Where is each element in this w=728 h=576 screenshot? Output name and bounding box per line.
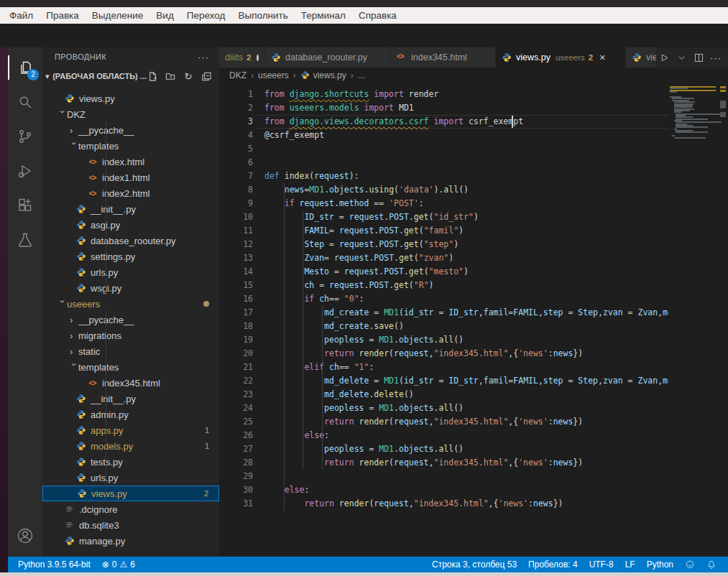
tree-folder--pycache-[interactable]: ›__pycache__ [42, 312, 219, 328]
code-line-17[interactable]: 17 md_create = MD1(id_str = ID_str,famil… [219, 306, 668, 320]
code-line-14[interactable]: 14 Mesto = request.POST.get("mesto") [219, 265, 668, 279]
split-editor-icon[interactable] [691, 50, 706, 65]
code-line-9[interactable]: 9 if request.method == 'POST': [219, 197, 668, 210]
code-line-4[interactable]: 4@csrf_exempt [219, 129, 668, 142]
code-line-25[interactable]: 25 return render(request,"index345.html"… [219, 415, 668, 429]
code-line-27[interactable]: 27 peopless = MD1.objects.all() [219, 442, 668, 456]
status-notifications[interactable] [701, 559, 722, 570]
run-icon[interactable] [657, 50, 671, 65]
code-line-19[interactable]: 19 peopless = MD1.objects.all() [219, 333, 668, 347]
code-line-20[interactable]: 20 return render(request,"index345.html"… [219, 347, 668, 361]
code-line-7[interactable]: 7def index(request): [219, 169, 668, 183]
menu-item-справка[interactable]: Справка [352, 10, 403, 21]
menu-item-выделение[interactable]: Выделение [86, 10, 150, 21]
tree-file--init-py[interactable]: __init__.py [42, 391, 219, 407]
code-line-13[interactable]: 13 Zvan= request.POST.get("zvan") [219, 251, 668, 265]
code-line-2[interactable]: 2from useeers.models import MD1 [219, 101, 668, 115]
tree-file-index2-html[interactable]: <>index2.html [42, 185, 219, 201]
tree-file-index-html[interactable]: <>index.html [42, 154, 219, 169]
tree-folder-templates[interactable]: ›templates [42, 138, 219, 154]
tree-file-tests-py[interactable]: tests.py [42, 454, 219, 470]
code-line-12[interactable]: 12 Step = request.POST.get("step") [219, 238, 668, 251]
refresh-icon[interactable]: ↻ [183, 70, 194, 82]
code-line-29[interactable]: 29 [219, 470, 668, 483]
breadcrumb-item[interactable]: useeers [258, 70, 289, 80]
tree-file--dcignore[interactable]: .dcignore [42, 501, 219, 517]
code-line-8[interactable]: 8 news=MD1.objects.using('daata').all() [219, 183, 668, 197]
status-feedback[interactable] [679, 559, 701, 570]
status-python-interpreter[interactable]: Python 3.9.5 64-bit [12, 559, 96, 570]
menu-item-выполнить[interactable]: Выполнить [231, 10, 294, 21]
code-line-10[interactable]: 10 ID_str = request.POST.get("id_str") [219, 210, 668, 224]
code-line-18[interactable]: 18 md_create.save() [219, 320, 668, 333]
activity-item-extensions[interactable] [8, 189, 42, 222]
tab-overflow[interactable]: vie [626, 47, 657, 68]
code-editor[interactable]: 1from django.shortcuts import render2fro… [219, 83, 728, 576]
breadcrumb-item[interactable]: views.py [300, 70, 346, 80]
code-line-26[interactable]: 26 else: [219, 429, 668, 442]
code-line-28[interactable]: 28 return render(request,"index345.html"… [219, 456, 668, 470]
tab-index345[interactable]: <>index345.html [391, 47, 496, 68]
more-actions-icon[interactable]: ··· [709, 50, 723, 65]
new-folder-icon[interactable] [165, 70, 176, 82]
close-icon[interactable]: × [599, 52, 605, 63]
status-language-mode[interactable]: Python [641, 559, 679, 570]
tree-file-wsgi-py[interactable]: wsgi.py [42, 280, 219, 296]
tree-file-index345-html[interactable]: <>index345.html [42, 375, 219, 391]
tree-file--init-py[interactable]: __init__.py [42, 201, 219, 217]
status-cursor-position[interactable]: Строка 3, столбец 53 [426, 559, 522, 570]
breadcrumb-item[interactable]: DKZ [229, 70, 246, 80]
status-indentation[interactable]: Пробелов: 4 [522, 559, 584, 570]
activity-item-explorer[interactable]: 2 [8, 51, 42, 84]
tree-file-models-py[interactable]: models.py1 [42, 438, 219, 454]
tree-file-views-py[interactable]: views.py2 [42, 486, 219, 501]
activity-item-search[interactable] [8, 85, 42, 119]
tree-file-asgi-py[interactable]: asgi.py [42, 217, 219, 233]
tree-file-settings-py[interactable]: settings.py [42, 248, 219, 264]
tab-views[interactable]: views.pyuseeers2× [496, 47, 626, 68]
run-dropdown-icon[interactable] [674, 50, 688, 65]
collapse-all-icon[interactable] [201, 70, 212, 82]
activity-item-run-debug[interactable] [8, 154, 42, 187]
tab-diiits[interactable]: diiits2 [219, 47, 265, 68]
menu-item-переход[interactable]: Переход [180, 10, 232, 21]
tree-folder-dkz[interactable]: ›DKZ [42, 106, 219, 122]
code-line-23[interactable]: 23 md_delete.delete() [219, 388, 668, 401]
activity-item-accounts[interactable] [8, 519, 42, 552]
tree-folder--pycache-[interactable]: ›__pycache__ [42, 122, 219, 138]
tree-file-admin-py[interactable]: admin.py [42, 407, 219, 422]
tree-file-views-py[interactable]: views.py [42, 90, 219, 106]
workspace-section-header[interactable]: ▾ (РАБОЧАЯ ОБЛАСТЬ) ... ↻ [42, 68, 219, 85]
tree-file-database-roouter-py[interactable]: database_roouter.py [42, 233, 219, 248]
tab-database-roouter[interactable]: database_roouter.py [265, 47, 391, 68]
new-file-icon[interactable] [147, 70, 158, 82]
code-line-5[interactable]: 5 [219, 142, 668, 156]
tree-file-manage-py[interactable]: manage.py [42, 533, 219, 549]
code-line-11[interactable]: 11 FAMIL= request.POST.get("famil") [219, 224, 668, 238]
activity-item-source-control[interactable] [8, 120, 42, 153]
breadcrumb-item[interactable]: ... [358, 70, 365, 80]
menu-item-файл[interactable]: Файл [3, 10, 40, 21]
tree-file-apps-py[interactable]: apps.py1 [42, 422, 219, 438]
tree-file-db-sqlite3[interactable]: db.sqlite3 [42, 517, 219, 533]
minimap[interactable] [668, 83, 719, 576]
code-line-22[interactable]: 22 md_delete = MD1(id_str = ID_str,famil… [219, 374, 668, 388]
code-line-1[interactable]: 1from django.shortcuts import render [219, 88, 668, 101]
menu-item-терминал[interactable]: Терминал [295, 10, 352, 21]
menu-item-правка[interactable]: Правка [40, 10, 86, 21]
code-line-31[interactable]: 31 return render(request,"index345.html"… [219, 497, 668, 511]
tree-file-index1-html[interactable]: <>index1.html [42, 169, 219, 185]
code-line-6[interactable]: 6 [219, 156, 668, 169]
code-line-15[interactable]: 15 ch = request.POST.get("R") [219, 279, 668, 292]
menu-item-вид[interactable]: Вид [149, 10, 180, 21]
code-line-21[interactable]: 21 elif ch== "1": [219, 361, 668, 374]
tree-file-urls-py[interactable]: urls.py [42, 470, 219, 486]
status-encoding[interactable]: UTF-8 [584, 559, 619, 570]
tree-folder-templates[interactable]: ›templates [42, 359, 219, 375]
tree-folder-useeers[interactable]: ›useeers [42, 296, 219, 312]
sidebar-more-actions-button[interactable]: ··· [198, 52, 209, 62]
tree-folder-migrations[interactable]: ›migrations [42, 328, 219, 343]
code-line-30[interactable]: 30 else: [219, 483, 668, 497]
activity-item-testing[interactable] [8, 223, 42, 256]
code-line-24[interactable]: 24 peopless = MD1.objects.all() [219, 401, 668, 415]
